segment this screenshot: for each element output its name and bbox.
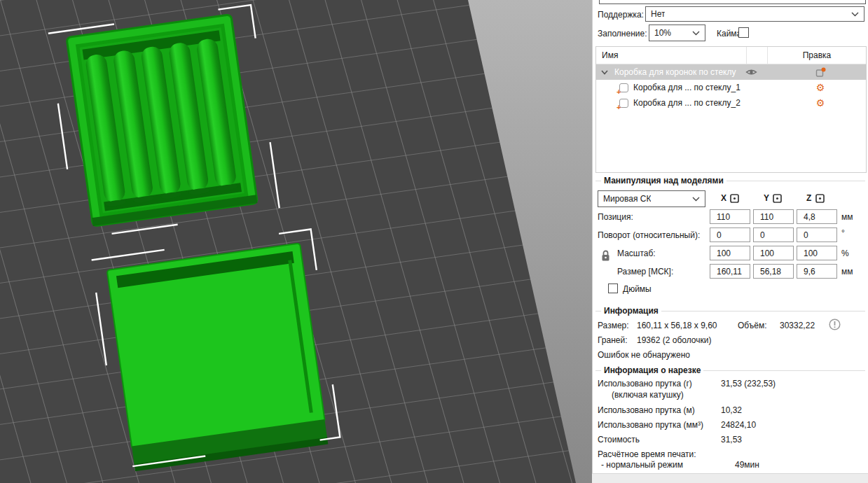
size-y-input[interactable] <box>753 264 794 279</box>
scale-y-input[interactable] <box>753 246 794 260</box>
model-box-part-1[interactable] <box>67 15 258 226</box>
axis-z-label: Z <box>806 193 811 203</box>
rotation-unit: ° <box>841 228 845 238</box>
mesh-icon: + <box>619 83 628 92</box>
normal-mode-value: 49мин <box>735 460 759 470</box>
column-eye <box>746 47 767 64</box>
filament-g-label: Использовано прутка (г) <box>598 379 692 388</box>
chevron-down-icon <box>692 28 700 38</box>
filament-m-label: Использовано прутка (м) <box>598 405 695 415</box>
chevron-down-icon[interactable] <box>601 70 608 75</box>
infill-select[interactable]: 10% <box>649 24 705 41</box>
size-unit: мм <box>841 267 853 276</box>
info-volume-value: 30332,22 <box>780 321 815 330</box>
support-value: Нет <box>651 9 665 19</box>
size-z-input[interactable] <box>797 264 837 279</box>
infill-label: Заполнение: <box>598 29 647 38</box>
column-name: Имя <box>596 50 746 60</box>
viewport-3d[interactable] <box>0 0 592 483</box>
object-row-part-1[interactable]: + Коробка для ... по стеклу_1 ⚙ <box>596 80 866 95</box>
eye-icon[interactable] <box>742 64 760 80</box>
filament-g-value: 31,53 (232,53) <box>721 379 776 388</box>
chevron-down-icon <box>851 9 859 19</box>
object-row-parent[interactable]: Коробка для коронок по стеклу <box>596 64 866 80</box>
rotation-label: Поворот (относительный): <box>598 230 700 240</box>
info-facets-label: Граней: <box>598 335 628 345</box>
info-size-label: Размер: <box>598 321 629 330</box>
gear-icon[interactable]: ⚙ <box>810 95 831 111</box>
filament-mm3-label: Использовано прутка (мм³) <box>598 420 703 430</box>
print-time-label: Расчётное время печати: <box>598 449 696 459</box>
scale-z-input[interactable] <box>797 246 837 260</box>
cost-label: Стоимость <box>598 435 640 444</box>
support-label: Поддержка: <box>598 10 644 20</box>
position-x-input[interactable] <box>710 209 750 224</box>
right-sidebar: Поддержка: Нет Заполнение: 10% Кайма: Им… <box>592 0 868 483</box>
position-z-input[interactable] <box>797 209 837 224</box>
scale-x-input[interactable] <box>710 246 750 260</box>
size-label: Размер [МСК]: <box>617 267 673 276</box>
scale-unit: % <box>841 248 849 258</box>
object-row-part-2[interactable]: + Коробка для ... по стеклу_2 ⚙ <box>596 95 866 111</box>
axis-x-target-icon[interactable] <box>730 194 739 205</box>
infill-value: 10% <box>654 28 671 38</box>
gear-icon[interactable]: ⚙ <box>810 80 831 95</box>
coord-system-select[interactable]: Мировая СК <box>598 190 705 207</box>
object-name: Коробка для коронок по стеклу <box>614 67 736 77</box>
size-x-input[interactable] <box>710 264 750 279</box>
cost-value: 31,53 <box>721 435 742 444</box>
status-strip <box>592 473 868 483</box>
support-select[interactable]: Нет <box>645 6 864 22</box>
coord-system-value: Мировая СК <box>603 194 651 204</box>
normal-mode-label: - нормальный режим <box>601 460 683 470</box>
inches-label: Дюймы <box>623 284 652 294</box>
object-list-header: Имя Правка <box>596 47 866 64</box>
rotation-z-input[interactable] <box>797 227 837 242</box>
position-label: Позиция: <box>598 212 633 222</box>
info-volume-label: Объём: <box>738 321 767 330</box>
filament-spool-label: (включая катушку) <box>612 390 684 400</box>
position-y-input[interactable] <box>753 209 794 224</box>
rotation-y-input[interactable] <box>753 227 794 242</box>
info-facets-value: 19362 (2 оболочки) <box>637 335 711 345</box>
part-name: Коробка для ... по стеклу_1 <box>633 83 740 92</box>
axis-x-label: X <box>721 193 726 203</box>
column-edit: Правка <box>767 47 866 64</box>
filament-m-value: 10,32 <box>721 405 742 415</box>
sliced-info-title: Информация о нарезке <box>601 365 703 375</box>
inches-checkbox[interactable] <box>608 284 618 293</box>
slicer-window: Поддержка: Нет Заполнение: 10% Кайма: Им… <box>0 0 868 483</box>
object-list[interactable]: Имя Правка Коробка для коронок по стеклу <box>595 46 867 173</box>
info-size-value: 160,11 x 56,18 x 9,60 <box>637 321 717 330</box>
axis-y-label: Y <box>764 193 769 203</box>
scale-label: Масштаб: <box>617 248 656 258</box>
info-title: Информация <box>601 306 661 316</box>
axis-y-target-icon[interactable] <box>773 194 782 205</box>
warning-icon[interactable] <box>829 318 841 332</box>
viewport-canvas[interactable] <box>0 0 592 483</box>
brim-checkbox[interactable] <box>738 27 749 38</box>
lock-uniform-scale-icon[interactable] <box>600 249 611 265</box>
part-name: Коробка для ... по стеклу_2 <box>633 98 740 108</box>
top-clipped-dropdown[interactable] <box>599 0 866 4</box>
manipulation-title: Манипуляция над моделями <box>601 176 726 186</box>
rotation-x-input[interactable] <box>710 227 750 242</box>
chevron-down-icon <box>692 194 700 204</box>
filament-mm3-value: 24824,10 <box>721 420 756 430</box>
model-box-part-2[interactable] <box>107 243 329 471</box>
mesh-icon: + <box>619 99 628 108</box>
edit-object-icon[interactable] <box>810 64 831 80</box>
axis-z-target-icon[interactable] <box>815 194 825 205</box>
info-errors-text: Ошибок не обнаружено <box>598 350 690 360</box>
position-unit: мм <box>841 212 853 222</box>
